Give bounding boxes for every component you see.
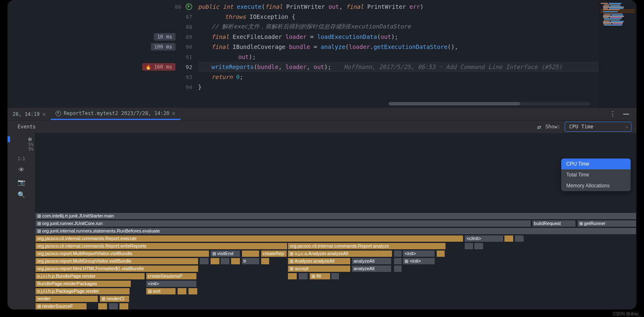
flame-frame[interactable] xyxy=(242,250,260,257)
flame-frame[interactable]: ⊞ visitEnd xyxy=(210,250,240,257)
flame-frame[interactable] xyxy=(474,243,484,250)
flame-frame[interactable]: tr xyxy=(242,258,260,265)
flame-frame[interactable]: ⊞ accept xyxy=(288,265,351,272)
ide-window: 86 87 88 10 ms89 100 ms90 91 160 ms92 93… xyxy=(8,0,636,309)
git-blame-annotation: Hoffmann, 2017/5/25, 06:53 · Add Command… xyxy=(344,64,563,70)
profiler-toolbar: Events ⇄ Show: CPU Time xyxy=(8,120,636,133)
flame-frame[interactable] xyxy=(261,258,270,265)
camera-icon[interactable]: 📷 xyxy=(18,179,25,186)
flame-frame[interactable] xyxy=(514,235,524,242)
dropdown-item[interactable]: Total Time xyxy=(561,169,631,180)
events-label[interactable]: Events xyxy=(18,124,36,130)
flame-frame[interactable]: org.jacoco.report.MultiGroupVisitor.visi… xyxy=(35,258,199,265)
flame-frame[interactable]: ⊞ org.junit.runner.JUnitCore.run xyxy=(35,220,531,227)
watermark: CSDN @dray_ xyxy=(613,312,641,316)
flame-frame[interactable]: org.jacoco.cli.internal.commands.Report.… xyxy=(35,235,463,242)
timing-badge-hot[interactable]: 160 ms xyxy=(142,63,176,71)
flame-frame[interactable] xyxy=(464,243,473,250)
eye-icon[interactable]: 👁 xyxy=(18,166,25,174)
profiler-tabs: 28, 14:19× ReportTest.mytest2 2023/7/28,… xyxy=(8,108,636,120)
flame-frame[interactable]: buildRequest xyxy=(532,220,576,227)
flame-frame[interactable]: ⊞ getRunner xyxy=(577,220,636,227)
flame-frame[interactable] xyxy=(298,273,308,280)
flame-frame[interactable] xyxy=(394,250,402,257)
flame-frame[interactable]: org.jacoco.cli.internal.commands.Report.… xyxy=(288,243,445,250)
dropdown-item[interactable]: Memory Allocations xyxy=(561,180,631,191)
flame-frame[interactable]: ⊞ o.j.c.a.Analyzer.analyzeAll xyxy=(288,250,392,257)
flame-frame[interactable]: ⊞ renderSourceF xyxy=(35,303,87,309)
flame-frame[interactable]: ⊞ org.junit.internal.runners.statements.… xyxy=(35,228,636,235)
flame-frame[interactable] xyxy=(199,258,209,265)
flame-frame[interactable] xyxy=(394,265,402,272)
line-number: 92 xyxy=(180,64,192,70)
flame-frame[interactable]: o.j.r.i.h.p.BundlePage.render xyxy=(35,273,145,280)
clock-icon xyxy=(56,111,61,116)
flame-frame[interactable]: <clinit> xyxy=(464,235,504,242)
flame-frame[interactable]: org.jacoco.cli.internal.commands.Report.… xyxy=(35,243,288,250)
more-icon[interactable]: ⋮ xyxy=(609,110,616,118)
line-number: 86 xyxy=(169,4,181,10)
line-number: 94 xyxy=(180,84,192,90)
flame-frame[interactable] xyxy=(188,288,198,295)
profiler-tab[interactable]: 28, 14:19× xyxy=(8,108,51,120)
flame-frame[interactable] xyxy=(331,273,339,280)
flame-frame[interactable]: <init> xyxy=(402,250,435,257)
zoom-ratio[interactable]: 1:1 xyxy=(18,156,25,161)
flame-frame[interactable] xyxy=(288,273,297,280)
flame-frame[interactable] xyxy=(177,288,187,295)
percent-label: 5% xyxy=(8,147,35,151)
flame-frame[interactable]: analyzeAll xyxy=(351,258,392,265)
timing-badge[interactable]: 10 ms xyxy=(154,33,176,41)
code-area[interactable]: public int execute(final PrintWriter out… xyxy=(198,0,636,108)
percent-label: 5% xyxy=(8,142,35,147)
line-number: 88 xyxy=(180,24,192,30)
flame-frame[interactable]: render xyxy=(35,295,98,302)
flame-graph[interactable]: ⊞ renderSourceFrender⊞ renderClo.j.r.i.h… xyxy=(35,133,636,309)
code-editor: 86 87 88 10 ms89 100 ms90 91 160 ms92 93… xyxy=(8,0,636,108)
code-minimap[interactable] xyxy=(599,0,636,108)
flame-frame[interactable] xyxy=(394,258,402,265)
flame-frame[interactable]: org.jacoco.report.MultiReportVisitor.vis… xyxy=(35,250,209,257)
profiler-sidebar: ⊕ 5% 5% 1:1 👁 📷 🔍 xyxy=(8,133,35,309)
horizontal-scrollbar[interactable] xyxy=(389,102,591,105)
search-icon[interactable]: 🔍 xyxy=(18,191,25,199)
flame-frame[interactable]: <init> xyxy=(146,280,197,287)
flame-frame[interactable] xyxy=(436,250,445,257)
flame-frame[interactable] xyxy=(98,303,107,309)
close-icon[interactable]: × xyxy=(42,111,46,118)
line-number: 93 xyxy=(180,74,192,80)
line-number: 91 xyxy=(180,54,192,60)
flame-frame[interactable] xyxy=(119,303,129,309)
editor-gutter: 86 87 88 10 ms89 100 ms90 91 160 ms92 93… xyxy=(8,0,198,108)
flame-frame[interactable]: ⊞ <init> xyxy=(402,258,435,265)
run-gutter-icon[interactable] xyxy=(186,3,192,10)
minimize-icon[interactable] xyxy=(623,114,629,115)
flame-frame[interactable]: createSessionsP xyxy=(146,273,197,280)
show-select[interactable]: CPU Time xyxy=(565,122,631,132)
flame-frame[interactable] xyxy=(220,258,230,265)
timing-badge[interactable]: 100 ms xyxy=(151,43,176,51)
line-number: 90 xyxy=(180,44,192,50)
flame-frame[interactable]: ⊞ sort xyxy=(146,288,176,295)
flame-frame[interactable]: analyzeAll xyxy=(351,265,392,272)
show-label: Show: xyxy=(545,124,560,130)
swap-icon[interactable]: ⇄ xyxy=(537,123,541,131)
close-icon[interactable]: × xyxy=(172,110,175,117)
profiler-panel: ⊕ 5% 5% 1:1 👁 📷 🔍 ⊞ renderSourceFrender⊞… xyxy=(8,133,636,309)
flame-frame[interactable] xyxy=(210,258,220,265)
flame-frame[interactable]: o.j.r.i.h.p.PackagePage.render xyxy=(35,288,130,295)
line-number: 89 xyxy=(180,34,192,40)
flame-frame[interactable]: ⊞ renderCl xyxy=(99,295,130,302)
flame-frame[interactable]: ⊞ com.intellij.rt.junit.JUnitStarter.mai… xyxy=(35,212,636,220)
flame-frame[interactable]: org.jacoco.report.html.HTMLFormatter$1.v… xyxy=(35,265,199,272)
flame-frame[interactable]: ⊞ filt xyxy=(309,273,330,280)
flame-frame[interactable] xyxy=(504,235,514,242)
show-dropdown: CPU Time Total Time Memory Allocations xyxy=(561,158,631,191)
flame-frame[interactable] xyxy=(109,303,118,309)
profiler-tab-active[interactable]: ReportTest.mytest2 2023/7/28, 14:20× xyxy=(51,108,180,120)
dropdown-item[interactable]: CPU Time xyxy=(561,158,631,169)
flame-frame[interactable]: BundlePage.renderPackages xyxy=(35,280,131,287)
flame-frame[interactable]: createRep xyxy=(261,250,287,257)
flame-frame[interactable]: ⊞ Analyzer.analyzeAll xyxy=(288,258,351,265)
flame-frame[interactable] xyxy=(231,258,240,265)
